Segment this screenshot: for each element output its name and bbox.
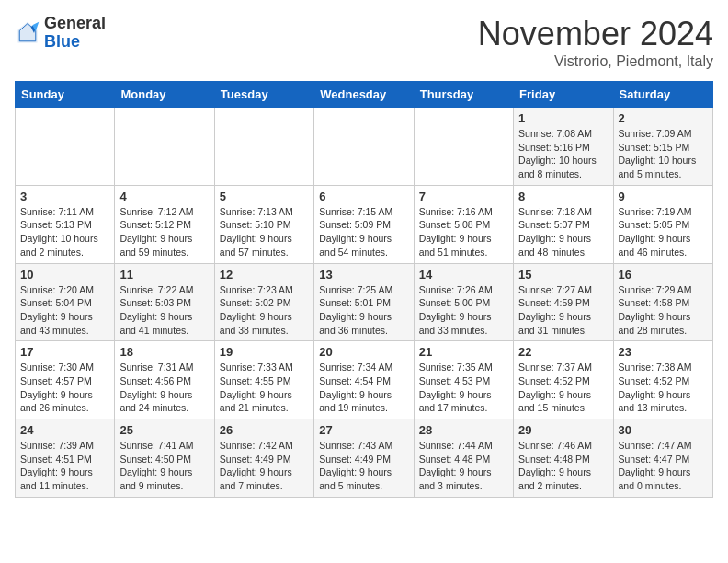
day-info: Sunrise: 7:43 AMSunset: 4:49 PMDaylight:… (319, 439, 408, 493)
calendar-header-row: SundayMondayTuesdayWednesdayThursdayFrid… (16, 82, 713, 108)
day-number: 27 (319, 423, 408, 437)
calendar-cell: 3Sunrise: 7:11 AMSunset: 5:13 PMDaylight… (16, 185, 115, 263)
logo: General Blue (15, 15, 106, 52)
calendar-cell: 15Sunrise: 7:27 AMSunset: 4:59 PMDayligh… (514, 263, 613, 341)
day-number: 22 (518, 345, 608, 359)
location-subtitle: Vistrorio, Piedmont, Italy (478, 53, 713, 70)
day-of-week-header: Saturday (613, 82, 712, 108)
day-info: Sunrise: 7:26 AMSunset: 5:00 PMDaylight:… (419, 283, 508, 338)
day-number: 13 (319, 268, 408, 282)
day-number: 23 (619, 345, 708, 359)
day-info: Sunrise: 7:30 AMSunset: 4:57 PMDaylight:… (20, 361, 109, 415)
day-number: 4 (119, 190, 209, 203)
day-number: 30 (619, 423, 708, 437)
calendar-cell (16, 108, 115, 186)
month-title: November 2024 (478, 15, 713, 53)
page-header: General Blue November 2024 Vistrorio, Pi… (15, 15, 713, 70)
calendar-cell: 9Sunrise: 7:19 AMSunset: 5:05 PMDaylight… (613, 185, 712, 263)
calendar-week-row: 3Sunrise: 7:11 AMSunset: 5:13 PMDaylight… (16, 185, 713, 263)
day-of-week-header: Monday (115, 82, 214, 108)
day-info: Sunrise: 7:39 AMSunset: 4:51 PMDaylight:… (20, 439, 109, 493)
day-of-week-header: Friday (514, 82, 613, 108)
day-number: 9 (619, 190, 708, 203)
calendar-table: SundayMondayTuesdayWednesdayThursdayFrid… (15, 81, 713, 498)
logo-text: General Blue (44, 15, 106, 52)
day-of-week-header: Thursday (414, 82, 513, 108)
day-info: Sunrise: 7:20 AMSunset: 5:04 PMDaylight:… (20, 283, 109, 338)
calendar-cell: 22Sunrise: 7:37 AMSunset: 4:52 PMDayligh… (514, 341, 613, 419)
day-info: Sunrise: 7:47 AMSunset: 4:47 PMDaylight:… (619, 439, 708, 493)
day-number: 19 (220, 345, 309, 359)
day-info: Sunrise: 7:33 AMSunset: 4:55 PMDaylight:… (220, 361, 309, 415)
calendar-cell (414, 108, 513, 186)
calendar-cell: 25Sunrise: 7:41 AMSunset: 4:50 PMDayligh… (115, 419, 214, 498)
day-number: 5 (220, 190, 309, 203)
day-info: Sunrise: 7:38 AMSunset: 4:52 PMDaylight:… (619, 361, 708, 415)
day-info: Sunrise: 7:11 AMSunset: 5:13 PMDaylight:… (20, 205, 109, 259)
calendar-cell: 30Sunrise: 7:47 AMSunset: 4:47 PMDayligh… (613, 419, 712, 498)
day-number: 1 (518, 111, 608, 125)
calendar-cell: 12Sunrise: 7:23 AMSunset: 5:02 PMDayligh… (214, 263, 313, 341)
day-info: Sunrise: 7:34 AMSunset: 4:54 PMDaylight:… (319, 361, 408, 415)
day-info: Sunrise: 7:15 AMSunset: 5:09 PMDaylight:… (319, 205, 408, 259)
day-of-week-header: Wednesday (314, 82, 414, 108)
calendar-cell: 7Sunrise: 7:16 AMSunset: 5:08 PMDaylight… (414, 185, 513, 263)
day-info: Sunrise: 7:44 AMSunset: 4:48 PMDaylight:… (419, 439, 508, 493)
day-number: 6 (319, 190, 408, 203)
day-info: Sunrise: 7:16 AMSunset: 5:08 PMDaylight:… (419, 205, 508, 259)
calendar-cell: 8Sunrise: 7:18 AMSunset: 5:07 PMDaylight… (514, 185, 613, 263)
day-number: 15 (518, 268, 608, 282)
day-number: 2 (619, 111, 708, 125)
day-info: Sunrise: 7:29 AMSunset: 4:58 PMDaylight:… (619, 283, 708, 338)
day-info: Sunrise: 7:13 AMSunset: 5:10 PMDaylight:… (220, 205, 309, 259)
day-of-week-header: Sunday (16, 82, 115, 108)
calendar-cell: 19Sunrise: 7:33 AMSunset: 4:55 PMDayligh… (214, 341, 313, 419)
calendar-cell: 16Sunrise: 7:29 AMSunset: 4:58 PMDayligh… (613, 263, 712, 341)
day-number: 18 (119, 345, 209, 359)
day-number: 21 (419, 345, 508, 359)
day-info: Sunrise: 7:35 AMSunset: 4:53 PMDaylight:… (419, 361, 508, 415)
day-number: 20 (319, 345, 408, 359)
calendar-cell: 28Sunrise: 7:44 AMSunset: 4:48 PMDayligh… (414, 419, 513, 498)
calendar-cell: 4Sunrise: 7:12 AMSunset: 5:12 PMDaylight… (115, 185, 214, 263)
day-info: Sunrise: 7:42 AMSunset: 4:49 PMDaylight:… (220, 439, 309, 493)
day-info: Sunrise: 7:08 AMSunset: 5:16 PMDaylight:… (518, 127, 608, 181)
day-number: 14 (419, 268, 508, 282)
day-number: 25 (119, 423, 209, 437)
calendar-cell: 2Sunrise: 7:09 AMSunset: 5:15 PMDaylight… (613, 108, 712, 186)
logo-icon (15, 20, 40, 46)
calendar-week-row: 17Sunrise: 7:30 AMSunset: 4:57 PMDayligh… (16, 341, 713, 419)
calendar-cell: 18Sunrise: 7:31 AMSunset: 4:56 PMDayligh… (115, 341, 214, 419)
day-info: Sunrise: 7:09 AMSunset: 5:15 PMDaylight:… (619, 127, 708, 181)
calendar-cell: 26Sunrise: 7:42 AMSunset: 4:49 PMDayligh… (214, 419, 313, 498)
day-number: 24 (20, 423, 109, 437)
calendar-cell: 20Sunrise: 7:34 AMSunset: 4:54 PMDayligh… (314, 341, 414, 419)
day-info: Sunrise: 7:25 AMSunset: 5:01 PMDaylight:… (319, 283, 408, 338)
calendar-cell (214, 108, 313, 186)
calendar-cell: 5Sunrise: 7:13 AMSunset: 5:10 PMDaylight… (214, 185, 313, 263)
calendar-cell: 6Sunrise: 7:15 AMSunset: 5:09 PMDaylight… (314, 185, 414, 263)
calendar-cell: 1Sunrise: 7:08 AMSunset: 5:16 PMDaylight… (514, 108, 613, 186)
day-info: Sunrise: 7:19 AMSunset: 5:05 PMDaylight:… (619, 205, 708, 259)
day-number: 17 (20, 345, 109, 359)
calendar-cell: 13Sunrise: 7:25 AMSunset: 5:01 PMDayligh… (314, 263, 414, 341)
day-number: 26 (220, 423, 309, 437)
calendar-week-row: 1Sunrise: 7:08 AMSunset: 5:16 PMDaylight… (16, 108, 713, 186)
day-info: Sunrise: 7:23 AMSunset: 5:02 PMDaylight:… (220, 283, 309, 338)
day-info: Sunrise: 7:22 AMSunset: 5:03 PMDaylight:… (119, 283, 209, 338)
calendar-cell: 27Sunrise: 7:43 AMSunset: 4:49 PMDayligh… (314, 419, 414, 498)
day-number: 16 (619, 268, 708, 282)
day-info: Sunrise: 7:27 AMSunset: 4:59 PMDaylight:… (518, 283, 608, 338)
day-number: 7 (419, 190, 508, 203)
day-of-week-header: Tuesday (214, 82, 313, 108)
calendar-cell: 14Sunrise: 7:26 AMSunset: 5:00 PMDayligh… (414, 263, 513, 341)
day-number: 29 (518, 423, 608, 437)
calendar-cell: 23Sunrise: 7:38 AMSunset: 4:52 PMDayligh… (613, 341, 712, 419)
calendar-cell (115, 108, 214, 186)
day-number: 12 (220, 268, 309, 282)
day-number: 28 (419, 423, 508, 437)
calendar-week-row: 24Sunrise: 7:39 AMSunset: 4:51 PMDayligh… (16, 419, 713, 498)
calendar-cell: 29Sunrise: 7:46 AMSunset: 4:48 PMDayligh… (514, 419, 613, 498)
calendar-cell: 10Sunrise: 7:20 AMSunset: 5:04 PMDayligh… (16, 263, 115, 341)
calendar-week-row: 10Sunrise: 7:20 AMSunset: 5:04 PMDayligh… (16, 263, 713, 341)
